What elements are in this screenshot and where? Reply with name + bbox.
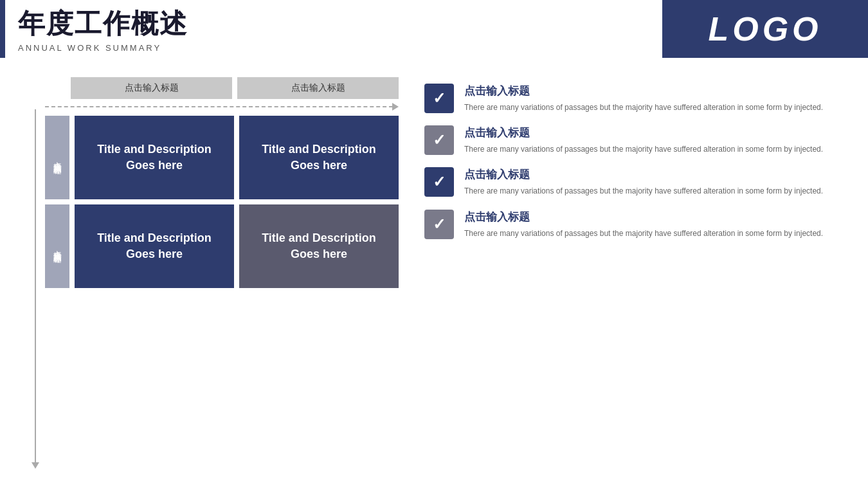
right-checklist-section: ✓ 点击输入标题 There are many variations of pa… [424,77,842,469]
col-header-2[interactable]: 点击输入标题 [237,77,399,99]
check-item-2: ✓ 点击输入标题 There are many variations of pa… [424,125,842,156]
row-cells-2: Title and Description Goes here Title an… [69,204,399,288]
check-title-2[interactable]: 点击输入标题 [464,125,842,140]
page-header: 年度工作概述 ANNUAL WORK SUMMARY LOGO [0,0,868,58]
logo-text: LOGO [708,10,822,48]
row-label-1[interactable]: 点击输入标题标题 [45,116,69,199]
dashed-line [45,106,393,107]
cell-2-1[interactable]: Title and Description Goes here [75,204,234,288]
grid-area: 点击输入标题 点击输入标题 点击输入标题标题 Title and Descrip… [45,77,399,469]
col-headers: 点击输入标题 点击输入标题 [45,77,399,99]
arrow-right [392,103,399,111]
check-icon-4: ✓ [424,210,454,239]
row-label-text-1: 点击输入标题标题 [51,155,63,160]
check-desc-3: There are many variations of passages bu… [464,185,842,197]
row-label-text-2: 点击输入标题标题 [51,244,63,249]
table-row: 点击输入标题标题 Title and Description Goes here… [45,204,399,288]
main-content: 点击输入标题 点击输入标题 点击输入标题标题 Title and Descrip… [0,58,868,488]
check-desc-1: There are many variations of passages bu… [464,102,842,114]
checkmark-icon-4: ✓ [433,215,446,233]
check-title-4[interactable]: 点击输入标题 [464,210,842,224]
left-grid-section: 点击输入标题 点击输入标题 点击输入标题标题 Title and Descrip… [26,77,399,469]
check-content-4: 点击输入标题 There are many variations of pass… [464,210,842,240]
cell-1-1[interactable]: Title and Description Goes here [75,116,234,199]
axis-arrow [32,462,39,469]
row-label-2[interactable]: 点击输入标题标题 [45,204,69,288]
header-title-area: 年度工作概述 ANNUAL WORK SUMMARY [5,0,201,58]
check-icon-1: ✓ [424,84,454,113]
cell-2-2[interactable]: Title and Description Goes here [239,204,399,288]
col-header-1[interactable]: 点击输入标题 [71,77,232,99]
checkmark-icon-1: ✓ [433,89,446,107]
check-item-3: ✓ 点击输入标题 There are many variations of pa… [424,167,842,197]
check-icon-3: ✓ [424,167,454,197]
logo-area: LOGO [662,0,868,58]
checkmark-icon-3: ✓ [433,173,446,191]
check-content-3: 点击输入标题 There are many variations of pass… [464,167,842,197]
header-row: 点击输入标题 点击输入标题 [45,77,399,116]
checkmark-icon-2: ✓ [433,131,446,149]
main-title: 年度工作概述 [18,6,188,42]
row-cells-1: Title and Description Goes here Title an… [69,116,399,199]
cell-1-2[interactable]: Title and Description Goes here [239,116,399,199]
vertical-axis [26,109,45,469]
check-content-2: 点击输入标题 There are many variations of pass… [464,125,842,156]
check-item-1: ✓ 点击输入标题 There are many variations of pa… [424,84,842,114]
check-item-4: ✓ 点击输入标题 There are many variations of pa… [424,210,842,240]
check-content-1: 点击输入标题 There are many variations of pass… [464,84,842,114]
check-icon-2: ✓ [424,125,454,155]
dashed-line-row [45,103,399,111]
check-title-3[interactable]: 点击输入标题 [464,167,842,182]
axis-line [35,109,36,463]
table-row: 点击输入标题标题 Title and Description Goes here… [45,116,399,199]
check-desc-4: There are many variations of passages bu… [464,228,842,240]
sub-title: ANNUAL WORK SUMMARY [18,43,188,53]
check-title-1[interactable]: 点击输入标题 [464,84,842,98]
check-desc-2: There are many variations of passages bu… [464,143,842,156]
header-accent-bar [0,0,5,58]
